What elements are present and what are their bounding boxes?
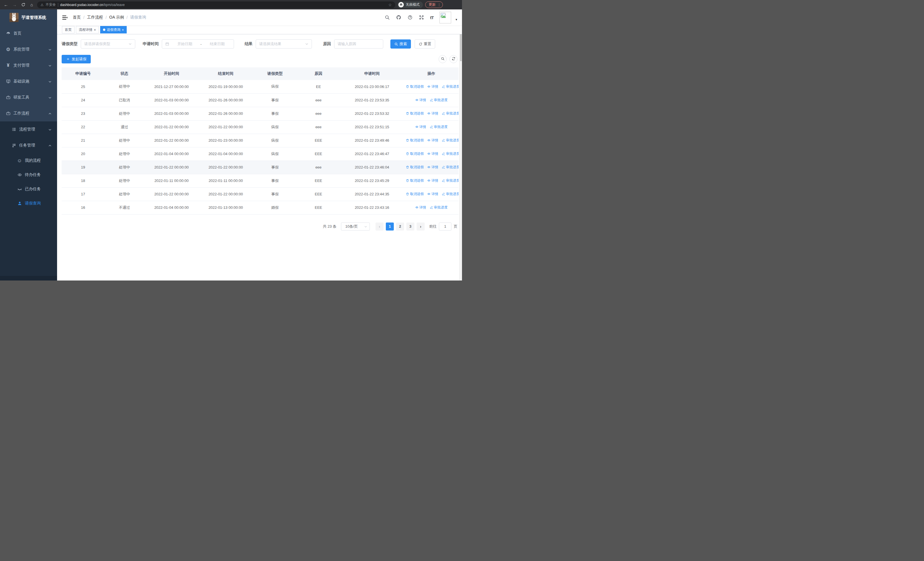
action-detail[interactable]: 详情 (427, 165, 438, 170)
fullscreen-icon[interactable] (418, 15, 424, 20)
sidebar-item-流程管理[interactable]: 流程管理 (0, 122, 57, 137)
action-detail[interactable]: 详情 (415, 125, 426, 129)
action-cancel[interactable]: 取消请假 (406, 192, 424, 197)
menu-fold-icon[interactable] (62, 15, 68, 21)
action-label: 审批进度 (446, 111, 459, 116)
action-cancel[interactable]: 取消请假 (406, 111, 424, 116)
eye-open-icon (17, 173, 22, 177)
edit-icon (430, 125, 433, 129)
toggle-search-button[interactable] (439, 55, 447, 63)
cell-start: 2022-01-11 00:00:00 (144, 174, 199, 187)
action-detail[interactable]: 详情 (427, 192, 438, 197)
action-cancel[interactable]: 取消请假 (406, 151, 424, 156)
tab-流程详情[interactable]: 流程详情× (76, 26, 99, 33)
action-detail[interactable]: 详情 (427, 138, 438, 143)
page-button-3[interactable]: 3 (406, 223, 414, 230)
browser-update-button[interactable]: 更新 ⋮ (425, 2, 443, 8)
avatar-caret-icon[interactable]: ▾ (455, 14, 457, 21)
search-icon[interactable] (384, 15, 390, 20)
sidebar-item-已办任务[interactable]: 已办任务 (0, 182, 57, 196)
font-size-icon[interactable]: tT (430, 15, 434, 20)
page-scrollbar[interactable] (459, 9, 462, 281)
breadcrumb-item[interactable]: 首页 (73, 15, 81, 20)
sidebar-item-我的流程[interactable]: ☺我的流程 (0, 153, 57, 168)
sidebar-item-请假查询[interactable]: 请假查询 (0, 196, 57, 211)
sidebar-item-基础设施[interactable]: 基础设施 (0, 74, 57, 89)
refresh-table-button[interactable] (450, 55, 458, 63)
goto-page-input[interactable]: 1 (439, 223, 452, 230)
cell-end: 2022-01-26 00:00:00 (199, 93, 253, 107)
action-progress[interactable]: 审批进度 (442, 165, 459, 170)
sidebar-item-label: 流程管理 (19, 127, 35, 132)
action-detail[interactable]: 详情 (427, 84, 438, 89)
action-progress[interactable]: 审批进度 (442, 111, 459, 116)
chevron-down-icon (48, 128, 52, 131)
breadcrumb-item: 请假查询 (130, 15, 146, 20)
forward-icon[interactable]: → (11, 2, 18, 8)
create-leave-button[interactable]: ＋ 发起请假 (62, 55, 91, 63)
refresh-icon (452, 57, 455, 62)
tab-请假查询[interactable]: 请假查询× (100, 26, 127, 33)
action-progress[interactable]: 审批进度 (430, 205, 448, 210)
action-progress[interactable]: 审批进度 (442, 138, 459, 143)
cell-actions: 取消请假详情审批进度 (404, 174, 459, 187)
breadcrumb: 首页/工作流程/OA 示例/请假查询 (73, 15, 146, 20)
tab-首页[interactable]: 首页 (62, 26, 75, 33)
help-icon[interactable] (407, 15, 412, 20)
cell-start: 2022-01-22 00:00:00 (144, 161, 199, 174)
cell-apply: 2022-01-23 00:06:17 (340, 80, 404, 93)
action-progress[interactable]: 审批进度 (442, 192, 459, 197)
breadcrumb-item[interactable]: OA 示例 (109, 15, 124, 20)
bookmark-star-icon[interactable]: ☆ (388, 3, 392, 7)
sidebar-item-工作流程[interactable]: 工作流程 (0, 105, 57, 122)
back-icon[interactable]: ← (3, 2, 9, 8)
home-icon[interactable]: ⌂ (28, 2, 35, 8)
action-detail[interactable]: 详情 (427, 151, 438, 156)
page-size-select[interactable]: 10条/页 (341, 223, 370, 230)
action-cancel[interactable]: 取消请假 (406, 165, 424, 170)
breadcrumb-separator: / (106, 15, 107, 20)
cell-id: 23 (62, 107, 105, 120)
action-detail[interactable]: 详情 (415, 98, 426, 102)
sidebar-item-研发工具[interactable]: 研发工具 (0, 89, 57, 105)
action-detail[interactable]: 详情 (415, 205, 426, 210)
close-icon[interactable]: × (94, 28, 96, 32)
close-icon[interactable]: × (122, 28, 124, 32)
next-page-button[interactable]: › (417, 223, 424, 230)
page-button-1[interactable]: 1 (386, 223, 394, 230)
action-detail[interactable]: 详情 (427, 111, 438, 116)
url-bar[interactable]: ⚠ 不安全 dashboard.yudao.iocoder.cn/bpm/oa/… (37, 2, 395, 8)
reload-icon[interactable] (20, 2, 26, 8)
action-progress[interactable]: 审批进度 (442, 151, 459, 156)
user-avatar[interactable] (440, 12, 451, 23)
trash-icon (406, 112, 409, 115)
sidebar-item-系统管理[interactable]: ⚙系统管理 (0, 41, 57, 57)
breadcrumb-item[interactable]: 工作流程 (87, 15, 103, 20)
sidebar-item-首页[interactable]: 首页 (0, 26, 57, 41)
prev-page-button[interactable]: ‹ (375, 223, 384, 230)
sidebar-item-待办任务[interactable]: 待办任务 (0, 168, 57, 182)
sidebar-item-任务管理[interactable]: 任务管理 (0, 137, 57, 153)
breadcrumb-separator: / (83, 15, 84, 20)
browser-menu-icon[interactable]: ⋮ (438, 3, 441, 7)
cell-type: 病假 (253, 147, 297, 161)
result-select[interactable]: 请选择流结果 (256, 39, 312, 48)
page-button-2[interactable]: 2 (396, 223, 404, 230)
action-progress[interactable]: 审批进度 (430, 98, 448, 102)
action-progress[interactable]: 审批进度 (442, 84, 459, 89)
action-cancel[interactable]: 取消请假 (406, 178, 424, 183)
action-progress[interactable]: 审批进度 (442, 178, 459, 183)
apply-time-range-picker[interactable]: 开始日期 - 结束日期 (162, 39, 234, 48)
reset-button[interactable]: 重置 (415, 39, 435, 48)
action-progress[interactable]: 审批进度 (430, 125, 448, 129)
sidebar-item-支付管理[interactable]: ¥支付管理 (0, 57, 57, 74)
action-cancel[interactable]: 取消请假 (406, 84, 424, 89)
action-detail[interactable]: 详情 (427, 178, 438, 183)
sidebar-item-label: 请假查询 (25, 201, 41, 206)
reason-input[interactable]: 请输入原因 (334, 39, 383, 48)
action-cancel[interactable]: 取消请假 (406, 138, 424, 143)
github-icon[interactable] (396, 15, 401, 20)
leave-type-select[interactable]: 请选择请假类型 (81, 39, 135, 48)
yen-icon: ¥ (6, 63, 10, 68)
search-button[interactable]: 搜索 (390, 39, 411, 48)
